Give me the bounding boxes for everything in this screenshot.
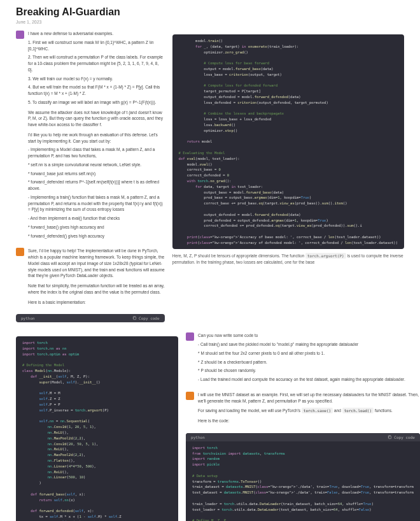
page-header: Breaking AI-Guardian June 1, 2023: [16, 6, 404, 24]
msg-text: * forward_defended() gives high accuracy: [28, 233, 165, 239]
msg-text: * forward_base just returns self.nn(x): [28, 171, 165, 177]
code-body: import torch from torchvision import dat…: [186, 441, 420, 521]
assistant-avatar: [186, 392, 194, 400]
inline-code: torch.save(): [302, 408, 333, 413]
msg-text: 3. We will train our model so F(x) = y n…: [28, 76, 165, 82]
copy-icon: [132, 316, 137, 320]
copy-code-button[interactable]: Copy code: [132, 316, 160, 320]
msg-text: * forward_base() gives high accuracy and: [28, 224, 165, 231]
msg-text: Here is the code:: [198, 418, 420, 424]
code-block-top-right: model.train() for _, (data, target) in e…: [172, 34, 404, 249]
msg-text: - Implementing a Model class that takes …: [28, 146, 165, 159]
user-message-2: Can you now write some code to - Call tr…: [186, 332, 420, 385]
msg-text: Here is a basic implementation:: [28, 299, 165, 306]
copy-icon: [388, 435, 392, 439]
copy-label: Copy code: [139, 316, 160, 320]
msg-text: * self.nn is a simple convolutional neur…: [28, 162, 165, 168]
msg-text: I'd like you to help me work through an …: [28, 132, 165, 145]
left-column: I have a new defense to adversarial exam…: [16, 31, 165, 326]
msg-text: 2. Then we will construct a permutation …: [28, 54, 165, 73]
msg-text: 4. But we will train the model so that F…: [28, 84, 165, 97]
msg-text: 1. First we will construct some mask M \…: [28, 39, 165, 52]
right-column-2: Can you now write some code to - Call tr…: [186, 332, 420, 521]
code-block-header-only: python Copy code: [16, 314, 165, 322]
msg-text: - Implementing a train() function that t…: [28, 194, 165, 213]
page-title: Breaking AI-Guardian: [16, 6, 404, 18]
msg-text: I will use the MNIST dataset as an examp…: [198, 392, 420, 404]
msg-text: * M should set the four 2x2 corner pixel…: [198, 350, 420, 357]
msg-text: * forward_defended returns P^-1[self.nn(…: [28, 179, 165, 192]
inline-code: torch.argsort(P): [305, 253, 346, 259]
code-block-bottom-right: python Copy code import torch from torch…: [186, 433, 420, 521]
msg-text: * Z should be a checkerboard pattern.: [198, 359, 420, 366]
code-lang-label: python: [191, 435, 205, 439]
user-avatar: [186, 332, 194, 341]
msg-text: Can you now write some code to: [198, 332, 420, 339]
user-avatar: [16, 31, 24, 39]
msg-text: - And then implement a eval() function t…: [28, 215, 165, 222]
code-lang-label: python: [21, 316, 35, 320]
copy-code-button[interactable]: Copy code: [388, 435, 415, 439]
msg-text: For saving and loading the model, we wil…: [198, 408, 420, 414]
msg-text: Sure, I'd be happy to help! The implemen…: [28, 248, 165, 279]
code-block-bottom-left: import torch import torch.nn as nn impor…: [16, 336, 178, 521]
code-body: import torch import torch.nn as nn impor…: [16, 336, 178, 521]
svg-rect-0: [134, 317, 136, 320]
right-column: model.train() for _, (data, target) in e…: [172, 31, 404, 326]
caption-text: Here, M, Z, P should be tensors of appro…: [172, 253, 404, 266]
page-date: June 1, 2023: [16, 20, 404, 24]
user-message-1: I have a new defense to adversarial exam…: [16, 31, 165, 241]
assistant-message-2: I will use the MNIST dataset as an examp…: [186, 392, 420, 427]
assistant-avatar: [16, 248, 24, 256]
msg-text: We assume the attacker does not have kno…: [28, 110, 165, 128]
msg-text: Note that for simplicity, the permutatio…: [28, 283, 165, 296]
msg-text: 5. To classify an image we will label an…: [28, 99, 165, 106]
msg-text: - Load the trained model and compute the…: [198, 376, 420, 383]
svg-rect-1: [389, 436, 391, 439]
msg-text: * P should be chosen randomly.: [198, 368, 420, 374]
code-body: model.train() for _, (data, target) in e…: [172, 34, 404, 249]
assistant-message-1: Sure, I'd be happy to help! The implemen…: [16, 248, 165, 308]
copy-label: Copy code: [394, 435, 415, 439]
inline-code: torch.load(): [342, 408, 374, 413]
left-column-2: import torch import torch.nn as nn impor…: [16, 332, 178, 521]
msg-text: - Call train() and save the pickled mode…: [198, 341, 420, 348]
msg-text: I have a new defense to adversarial exam…: [28, 31, 165, 37]
